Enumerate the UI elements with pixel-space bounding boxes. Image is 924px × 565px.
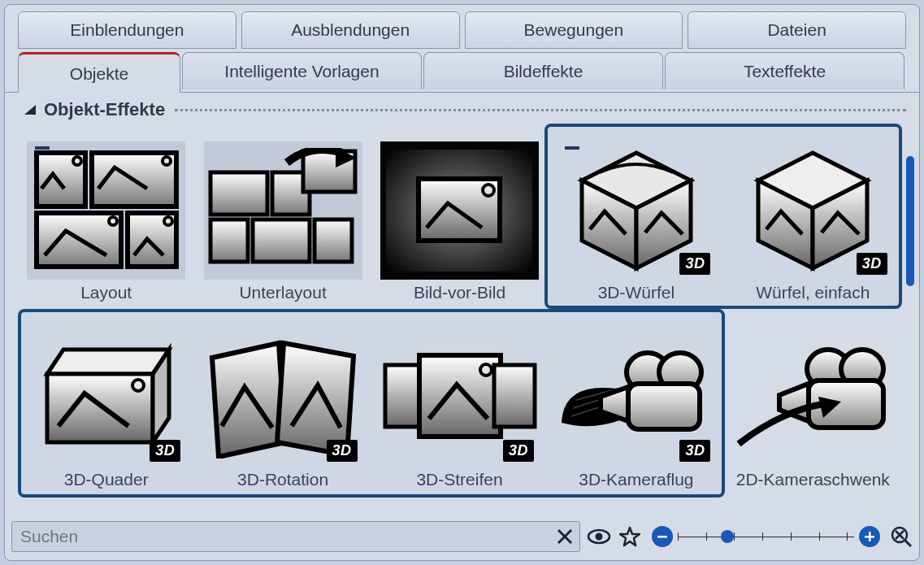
tab-ausblendungen[interactable]: Ausblendungen [241, 11, 460, 49]
badge-3d: 3D [679, 253, 710, 275]
thumbnail: 3D [557, 141, 715, 280]
camerapan-icon [734, 337, 892, 459]
thumbnail [204, 141, 362, 280]
tab-label: Texteffekte [744, 62, 826, 81]
thumbnail [734, 328, 892, 467]
search-input[interactable] [20, 527, 555, 546]
effect-label: Würfel, einfach [756, 283, 870, 302]
effect-label: 3D-Kameraflug [579, 470, 693, 489]
sublayout-icon [206, 148, 360, 274]
effect-label: 3D-Quader [64, 470, 149, 489]
thumbnail: 3D [380, 328, 539, 467]
effect-item-3d-kameraflug[interactable]: 3D 3D-Kameraflug [548, 311, 724, 494]
badge-3d: 3D [503, 440, 534, 462]
effect-label: 3D-Würfel [598, 283, 675, 302]
effect-item-bild-vor-bild[interactable]: Bild-vor-Bild [371, 124, 548, 307]
divider-dots [175, 109, 906, 111]
svg-marker-29 [212, 343, 285, 457]
effect-item-3d-rotation[interactable]: 3D 3D-Rotation [194, 311, 371, 494]
expand-collapse-icon[interactable] [23, 103, 37, 116]
tab-label: Intelligente Vorlagen [224, 62, 379, 81]
clear-search-icon[interactable] [555, 527, 575, 546]
eye-icon[interactable] [587, 524, 611, 549]
effect-item-3d-streifen[interactable]: 3D 3D-Streifen [371, 311, 548, 494]
effects-grid: Layout [18, 124, 901, 494]
svg-rect-13 [315, 219, 352, 262]
tab-bewegungen[interactable]: Bewegungen [465, 11, 683, 49]
svg-rect-33 [494, 365, 535, 427]
effect-label: 3D-Rotation [237, 470, 328, 489]
tab-objekte[interactable]: Objekte [18, 52, 180, 93]
svg-marker-30 [277, 343, 354, 455]
category-header[interactable]: Objekt-Effekte [5, 93, 919, 124]
effect-item-wuerfel-einfach[interactable]: 3D Würfel, einfach [725, 124, 901, 307]
effect-label: Bild-vor-Bild [414, 283, 505, 302]
effect-label: Layout [80, 283, 132, 302]
effect-item-3d-quader[interactable]: 3D 3D-Quader [18, 311, 194, 494]
effect-item-3d-wuerfel[interactable]: 3D 3D-Würfel [548, 124, 724, 307]
svg-point-45 [596, 533, 603, 541]
vertical-scrollbar[interactable] [904, 124, 916, 504]
badge-3d: 3D [150, 440, 180, 462]
tab-label: Dateien [767, 20, 826, 40]
svg-rect-47 [657, 536, 667, 538]
tab-texteffekte[interactable]: Texteffekte [665, 52, 904, 89]
thumbnail: 3D [734, 141, 892, 280]
tab-label: Einblendungen [70, 20, 184, 40]
effect-item-unterlayout[interactable]: Unterlayout [194, 124, 371, 307]
badge-3d: 3D [327, 440, 358, 462]
svg-marker-0 [24, 105, 36, 115]
scrollbar-thumb[interactable] [906, 156, 914, 286]
bottom-toolbar [11, 519, 913, 554]
badge-3d: 3D [857, 253, 887, 275]
svg-rect-37 [628, 384, 700, 429]
reset-zoom-icon[interactable] [890, 525, 913, 548]
thumbnail [27, 141, 185, 280]
tab-row-primary: Einblendungen Ausblendungen Bewegungen D… [5, 5, 919, 49]
tab-label: Objekte [70, 64, 128, 84]
svg-rect-11 [210, 219, 248, 262]
tab-label: Ausblendungen [291, 20, 410, 40]
zoom-out-button[interactable] [652, 526, 673, 547]
tab-intelligente-vorlagen[interactable]: Intelligente Vorlagen [182, 52, 422, 89]
svg-rect-4 [128, 213, 176, 267]
collapse-minus-icon[interactable] [565, 146, 579, 150]
tab-row-secondary: Objekte Intelligente Vorlagen Bildeffekt… [5, 52, 919, 93]
thumbnail: 3D [557, 328, 715, 467]
collapse-minus-icon[interactable] [35, 146, 50, 150]
grid-wrapper: Layout [18, 124, 901, 504]
svg-marker-46 [620, 528, 640, 545]
thumbnail: 3D [27, 328, 185, 467]
effect-item-2d-kameraschwenk[interactable]: 2D-Kameraschwenk [725, 311, 901, 494]
tab-bildeffekte[interactable]: Bildeffekte [423, 52, 663, 89]
effect-item-layout[interactable]: Layout [18, 124, 194, 307]
effect-label: Unterlayout [239, 283, 326, 302]
tab-label: Bewegungen [524, 20, 624, 40]
svg-marker-25 [47, 350, 169, 374]
thumbnail: 3D [204, 328, 362, 467]
stripes-icon [380, 341, 539, 454]
effect-label: 3D-Streifen [416, 470, 502, 489]
effects-panel: Einblendungen Ausblendungen Bewegungen D… [4, 4, 920, 561]
svg-rect-1 [37, 153, 85, 206]
thumbnail [380, 141, 539, 280]
layout-icon [33, 150, 180, 272]
zoom-slider[interactable] [678, 534, 854, 539]
svg-rect-32 [419, 355, 501, 437]
zoom-control [649, 526, 883, 547]
star-icon[interactable] [618, 524, 642, 549]
effect-label: 2D-Kameraschwenk [736, 470, 890, 489]
badge-3d: 3D [679, 440, 710, 462]
category-title: Objekt-Effekte [44, 99, 165, 120]
svg-marker-26 [47, 374, 153, 442]
content-area: Layout [5, 124, 919, 504]
search-box[interactable] [11, 521, 580, 552]
tab-dateien[interactable]: Dateien [688, 11, 906, 49]
svg-rect-9 [210, 172, 267, 215]
svg-line-51 [904, 540, 911, 546]
zoom-in-button[interactable] [859, 526, 880, 547]
pip-icon [386, 150, 532, 272]
zoom-slider-knob[interactable] [721, 530, 734, 543]
svg-rect-12 [253, 219, 310, 262]
tab-einblendungen[interactable]: Einblendungen [18, 11, 236, 49]
